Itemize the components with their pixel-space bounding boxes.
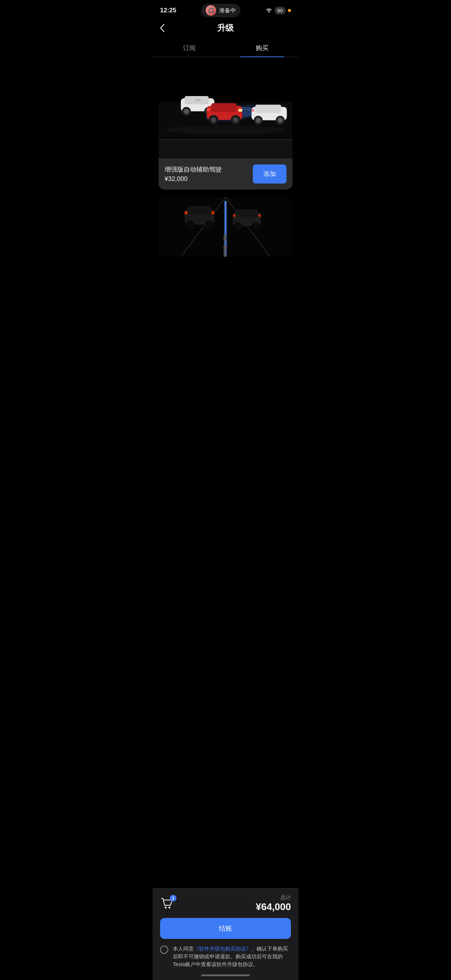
svg-rect-46 bbox=[224, 245, 226, 251]
product-name-enhanced-autopilot: 增强版自动辅助驾驶 bbox=[164, 165, 222, 174]
svg-rect-44 bbox=[258, 214, 261, 217]
product-text-enhanced-autopilot: 增强版自动辅助驾驶 ¥32,000 bbox=[164, 165, 222, 183]
back-button[interactable] bbox=[160, 24, 164, 32]
nav-header: 升级 bbox=[153, 19, 298, 39]
svg-rect-40 bbox=[236, 209, 258, 218]
product-image-enhanced-autopilot bbox=[159, 65, 292, 139]
status-time: 12:25 bbox=[160, 7, 176, 14]
recording-dot bbox=[288, 9, 291, 12]
svg-point-41 bbox=[234, 222, 242, 230]
main-content: 增强版自动辅助驾驶 ¥32,000 添加 bbox=[153, 57, 298, 369]
svg-rect-37 bbox=[185, 211, 188, 214]
svg-point-42 bbox=[252, 222, 260, 230]
battery-indicator: 80 bbox=[274, 7, 286, 14]
svg-point-36 bbox=[204, 220, 214, 229]
status-center: 🎧 准备中 bbox=[201, 4, 241, 17]
wifi-icon bbox=[266, 8, 272, 14]
product-price-enhanced-autopilot: ¥32,000 bbox=[164, 175, 222, 183]
status-preparing-text: 准备中 bbox=[219, 7, 236, 14]
tab-subscribe[interactable]: 订阅 bbox=[153, 39, 225, 57]
product-card-fsd bbox=[159, 197, 292, 257]
page-title: 升级 bbox=[217, 22, 234, 33]
svg-rect-16 bbox=[239, 109, 242, 112]
svg-rect-8 bbox=[195, 99, 201, 101]
product-card-enhanced-autopilot: 增强版自动辅助驾驶 ¥32,000 添加 bbox=[159, 65, 292, 189]
product-image-fsd bbox=[159, 197, 292, 257]
svg-rect-24 bbox=[252, 109, 254, 112]
battery-level: 80 bbox=[277, 8, 283, 13]
tabs-container: 订阅 购买 bbox=[153, 39, 298, 57]
svg-rect-43 bbox=[233, 214, 236, 217]
svg-point-22 bbox=[256, 118, 261, 123]
status-bar: 12:25 🎧 准备中 80 bbox=[153, 0, 298, 19]
tab-buy[interactable]: 购买 bbox=[225, 39, 298, 57]
airpods-icon: 🎧 bbox=[206, 5, 216, 16]
svg-point-14 bbox=[211, 117, 216, 123]
status-icons: 80 bbox=[266, 7, 291, 14]
add-button-enhanced-autopilot[interactable]: 添加 bbox=[253, 164, 287, 183]
svg-rect-19 bbox=[255, 105, 282, 113]
svg-rect-34 bbox=[188, 206, 211, 215]
svg-point-6 bbox=[184, 109, 189, 114]
svg-rect-47 bbox=[224, 252, 226, 257]
svg-point-23 bbox=[277, 118, 283, 123]
svg-rect-38 bbox=[211, 211, 214, 214]
svg-rect-45 bbox=[224, 234, 226, 241]
svg-point-35 bbox=[185, 220, 194, 229]
svg-point-15 bbox=[233, 117, 238, 123]
svg-point-25 bbox=[166, 126, 285, 135]
product-info-enhanced-autopilot: 增强版自动辅助驾驶 ¥32,000 添加 bbox=[159, 159, 292, 189]
svg-rect-17 bbox=[207, 108, 210, 111]
svg-rect-11 bbox=[211, 103, 237, 112]
